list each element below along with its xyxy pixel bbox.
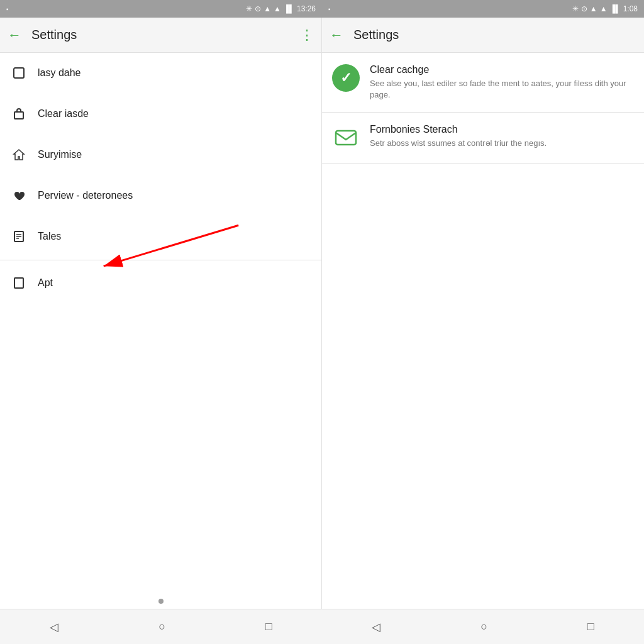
right-item-fornbonies[interactable]: Fornbonies Sterach Setr aboss wist ssume… xyxy=(322,113,644,164)
apt-label: Apt xyxy=(38,277,53,289)
right-top-bar: ← Settings xyxy=(322,18,644,53)
battery-icon: ▐▌ xyxy=(284,4,294,13)
circle-check-icon: ⊙ xyxy=(255,4,261,13)
settings-item-lasy-dahe[interactable]: lasy dahe xyxy=(0,53,321,94)
time-left: 13:26 xyxy=(297,4,316,13)
left-more-button[interactable]: ⋮ xyxy=(300,27,314,43)
suryimise-icon xyxy=(10,146,28,164)
suryimise-label: Suryimise xyxy=(38,149,82,160)
left-back-nav-button[interactable]: ◁ xyxy=(37,615,71,639)
page-dot xyxy=(158,599,164,604)
settings-item-clear-iasde[interactable]: Clear iasde xyxy=(0,94,321,135)
right-settings-list: ✓ Clear cachge See alse you, last ediler… xyxy=(322,53,644,609)
right-home-button[interactable]: ○ xyxy=(468,615,500,638)
status-bars-row: ▪ ✳ ⊙ ▲ ▲ ▐▌ 13:26 ▪ ✳ ⊙ ▲ ▲ ▐▌ 1:08 xyxy=(0,0,644,18)
clear-iasde-icon xyxy=(10,105,28,123)
left-settings-title: Settings xyxy=(31,28,300,42)
right-back-button[interactable]: ← xyxy=(330,27,343,43)
clear-cachge-icon: ✓ xyxy=(332,64,360,92)
settings-item-suryimise[interactable]: Suryimise xyxy=(0,135,321,175)
r-circle-check-icon: ⊙ xyxy=(581,4,587,13)
svg-rect-9 xyxy=(336,131,356,145)
fornbonies-text: Fornbonies Sterach Setr aboss wist ssume… xyxy=(370,124,547,149)
clear-iasde-label: Clear iasde xyxy=(38,108,89,119)
perview-label: Perview - deteronees xyxy=(38,190,133,201)
left-back-button[interactable]: ← xyxy=(8,27,21,43)
right-status-bar: ▪ ✳ ⊙ ▲ ▲ ▐▌ 1:08 xyxy=(322,0,644,18)
tales-icon xyxy=(10,228,28,245)
asterisk-icon: ✳ xyxy=(246,4,252,13)
settings-item-perview[interactable]: Perview - deteronees xyxy=(0,175,321,216)
right-back-nav-button[interactable]: ◁ xyxy=(359,615,393,639)
time-right: 1:08 xyxy=(623,4,638,13)
left-status-right: ✳ ⊙ ▲ ▲ ▐▌ 13:26 xyxy=(246,4,316,13)
dot-indicator xyxy=(0,594,321,609)
fornbonies-title: Fornbonies Sterach xyxy=(370,124,547,135)
list-divider xyxy=(0,260,321,260)
settings-item-apt[interactable]: Apt xyxy=(0,263,321,304)
right-screen-icon: ▪ xyxy=(328,6,331,13)
perview-icon xyxy=(10,187,28,204)
right-recent-button[interactable]: □ xyxy=(575,615,607,638)
svg-rect-0 xyxy=(14,68,24,78)
left-nav-bar: ◁ ○ □ xyxy=(0,609,322,644)
left-status-bar: ▪ ✳ ⊙ ▲ ▲ ▐▌ 13:26 xyxy=(0,0,322,18)
right-panel: ← Settings ✓ Clear cachge See alse you, … xyxy=(322,18,644,609)
clear-cachge-desc: See alse you, last ediler so fade the me… xyxy=(370,78,634,101)
left-home-button[interactable]: ○ xyxy=(146,615,178,638)
left-panel: ← Settings ⋮ lasy dahe Clear iasde xyxy=(0,18,322,609)
clear-cachge-text: Clear cachge See alse you, last ediler s… xyxy=(370,64,634,101)
left-screen-icon: ▪ xyxy=(6,6,9,13)
left-top-bar: ← Settings ⋮ xyxy=(0,18,321,53)
signal-icon: ▲ xyxy=(274,4,281,13)
r-signal-icon: ▲ xyxy=(600,4,608,13)
r-asterisk-icon: ✳ xyxy=(572,4,579,13)
svg-rect-6 xyxy=(14,278,23,288)
left-recent-button[interactable]: □ xyxy=(253,615,285,638)
wifi-icon: ▲ xyxy=(264,4,271,13)
lasy-dahe-label: lasy dahe xyxy=(38,67,81,79)
lasy-dahe-icon xyxy=(10,64,28,82)
left-status-icons: ▪ xyxy=(6,6,9,13)
right-status-right: ✳ ⊙ ▲ ▲ ▐▌ 1:08 xyxy=(572,4,638,13)
left-settings-list: lasy dahe Clear iasde Suryimise xyxy=(0,53,321,594)
clear-cachge-title: Clear cachge xyxy=(370,64,634,75)
right-nav-bar: ◁ ○ □ xyxy=(322,609,644,644)
dual-screen: ← Settings ⋮ lasy dahe Clear iasde xyxy=(0,18,644,609)
r-wifi-icon: ▲ xyxy=(590,4,597,13)
dual-nav: ◁ ○ □ ◁ ○ □ xyxy=(0,609,644,644)
fornbonies-desc: Setr aboss wist ssumes at contrəl triur … xyxy=(370,138,547,149)
fornbonies-icon xyxy=(332,124,360,152)
apt-icon xyxy=(10,274,28,292)
tales-label: Tales xyxy=(38,231,61,242)
svg-rect-1 xyxy=(14,112,23,119)
right-settings-title: Settings xyxy=(353,28,636,42)
right-item-clear-cachge[interactable]: ✓ Clear cachge See alse you, last ediler… xyxy=(322,53,644,113)
r-battery-icon: ▐▌ xyxy=(610,4,621,13)
settings-item-tales[interactable]: Tales xyxy=(0,216,321,257)
